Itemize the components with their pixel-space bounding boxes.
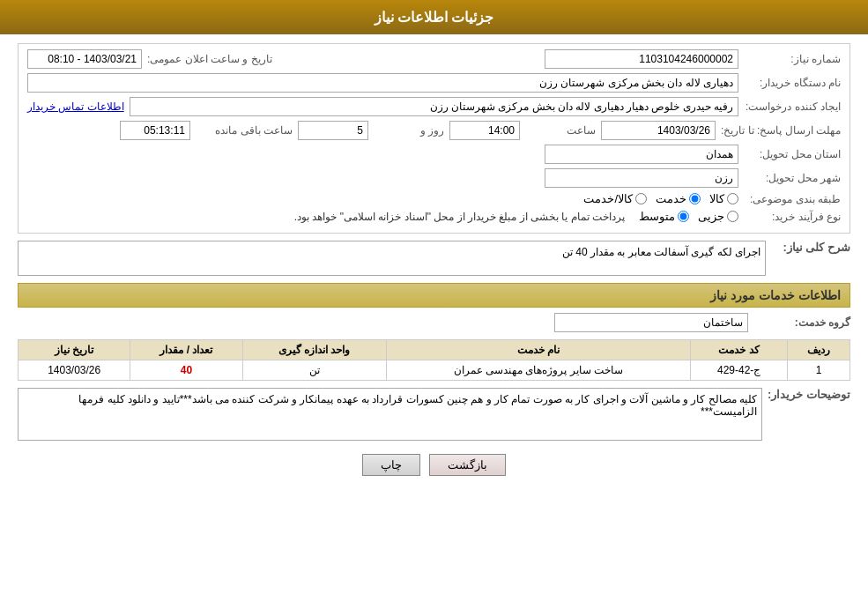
response-time-label: ساعت [525,124,596,137]
buyer-notes-textarea[interactable] [18,388,762,441]
col-header-code: کد خدمت [691,340,788,360]
category-khedmat-radio[interactable] [689,193,701,204]
row-creator: ایجاد کننده درخواست: اطلاعات تماس خریدار [27,97,841,116]
response-deadline-label: مهلت ارسال پاسخ: تا تاریخ: [721,124,841,137]
col-header-name: نام خدمت [386,340,691,360]
purchase-type-label: نوع فرآیند خرید: [744,211,841,223]
category-khedmat-label: خدمت [656,192,686,205]
remaining-label: ساعت باقی مانده [196,124,293,137]
category-both-label: کالا/خدمت [583,192,633,205]
purchase-motavaset-label: متوسط [639,210,675,223]
row-category: طبقه بندی موضوعی: کالا خدمت کالا/خدمت [27,192,841,205]
date-label: تاریخ و ساعت اعلان عمومی: [147,53,272,65]
services-table: ردیف کد خدمت نام خدمت واحد اندازه گیری ت… [18,339,850,381]
print-button[interactable]: چاپ [362,454,420,476]
back-button[interactable]: بازگشت [429,454,506,476]
col-header-unit: واحد اندازه گیری [242,340,386,360]
province-input[interactable] [545,145,738,164]
general-desc-value: اجرای لکه گیری آسفالت معابر به مقدار 40 … [562,246,760,258]
category-label: طبقه بندی موضوعی: [744,193,841,205]
cell-qty: 40 [130,360,242,381]
category-both-radio[interactable] [635,193,647,204]
days-label: روز و [374,124,444,137]
row-general-desc: شرح کلی نیاز: اجرای لکه گیری آسفالت معاب… [18,241,850,276]
creator-input[interactable] [130,97,738,116]
contact-link[interactable]: اطلاعات تماس خریدار [27,100,124,113]
purchase-note: پرداخت تمام یا بخشی از مبلغ خریدار از مح… [294,211,625,223]
purchase-jozi: جزیی [698,210,738,223]
main-info-section: شماره نیاز: تاریخ و ساعت اعلان عمومی: نا… [18,43,850,234]
col-header-date: تاریخ نیاز [19,340,130,360]
purchase-type-radio-group: جزیی متوسط [639,210,738,223]
page-wrapper: جزئیات اطلاعات نیاز شماره نیاز: تاریخ و … [0,0,868,609]
content-area: شماره نیاز: تاریخ و ساعت اعلان عمومی: نا… [0,34,868,494]
purchase-motavaset: متوسط [639,210,689,223]
city-input[interactable] [545,168,738,188]
row-deadline: مهلت ارسال پاسخ: تا تاریخ: ساعت روز و سا… [27,121,841,140]
category-khedmat: خدمت [656,192,701,205]
table-row: 1 ج-42-429 ساخت سایر پروژه‌های مهندسی عم… [19,360,850,381]
category-kala-radio[interactable] [727,193,738,204]
row-city: شهر محل تحویل: [27,168,841,188]
page-title: جزئیات اطلاعات نیاز [375,10,494,25]
cell-unit: تن [242,360,386,381]
page-header: جزئیات اطلاعات نیاز [0,0,868,34]
category-radio-group: کالا خدمت کالا/خدمت [583,192,738,205]
buyer-label: نام دستگاه خریدار: [744,77,841,89]
creator-label: ایجاد کننده درخواست: [744,100,841,113]
purchase-jozi-label: جزیی [698,210,724,223]
group-label: گروه خدمت: [753,316,850,329]
remaining-time-input[interactable] [120,121,190,140]
purchase-motavaset-radio[interactable] [678,211,689,222]
group-input[interactable] [554,313,748,332]
buyer-notes-label: توضیحات خریدار: [768,388,850,401]
cell-date: 1403/03/26 [19,360,130,381]
cell-code: ج-42-429 [691,360,788,381]
date-input[interactable] [27,49,142,69]
col-header-qty: تعداد / مقدار [130,340,242,360]
category-kala-label: کالا [709,192,724,205]
category-kala: کالا [709,192,738,205]
row-buyer: نام دستگاه خریدار: [27,73,841,93]
row-province: استان محل تحویل: [27,145,841,164]
cell-row: 1 [787,360,849,381]
general-desc-box: اجرای لکه گیری آسفالت معابر به مقدار 40 … [18,241,766,276]
province-label: استان محل تحویل: [744,148,841,160]
category-kala-khedmat: کالا/خدمت [583,192,647,205]
response-date-input[interactable] [601,121,716,140]
request-number-input[interactable] [545,49,738,69]
city-label: شهر محل تحویل: [744,172,841,184]
days-input[interactable] [298,121,368,140]
cell-name: ساخت سایر پروژه‌های مهندسی عمران [386,360,691,381]
buyer-input[interactable] [27,73,738,93]
row-service-group: گروه خدمت: [18,313,850,332]
response-time-input[interactable] [449,121,520,140]
row-buyer-notes: توضیحات خریدار: [18,388,850,441]
purchase-jozi-radio[interactable] [727,211,738,222]
col-header-row: ردیف [787,340,849,360]
row-purchase-type: نوع فرآیند خرید: جزیی متوسط پرداخت تمام … [27,210,841,223]
general-desc-label: شرح کلی نیاز: [771,241,850,254]
button-row: بازگشت چاپ [18,445,850,485]
request-number-label: شماره نیاز: [744,53,841,65]
row-request-number: شماره نیاز: تاریخ و ساعت اعلان عمومی: [27,49,841,69]
services-section-title: اطلاعات خدمات مورد نیاز [18,283,850,308]
